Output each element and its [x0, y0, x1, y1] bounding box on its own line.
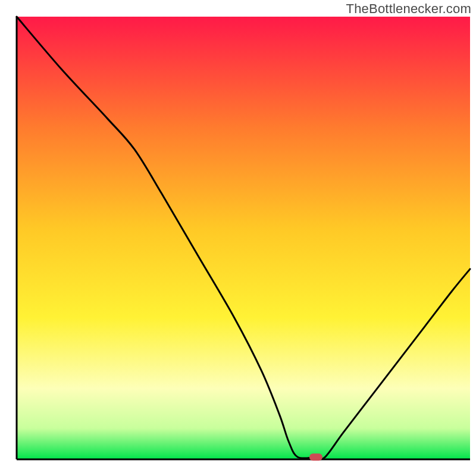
chart-svg [0, 0, 476, 476]
plot-area [17, 17, 470, 461]
optimal-point-marker [309, 453, 322, 461]
bottleneck-chart: TheBottlenecker.com [0, 0, 476, 476]
gradient-background [17, 17, 470, 459]
watermark-text: TheBottlenecker.com [346, 1, 471, 17]
